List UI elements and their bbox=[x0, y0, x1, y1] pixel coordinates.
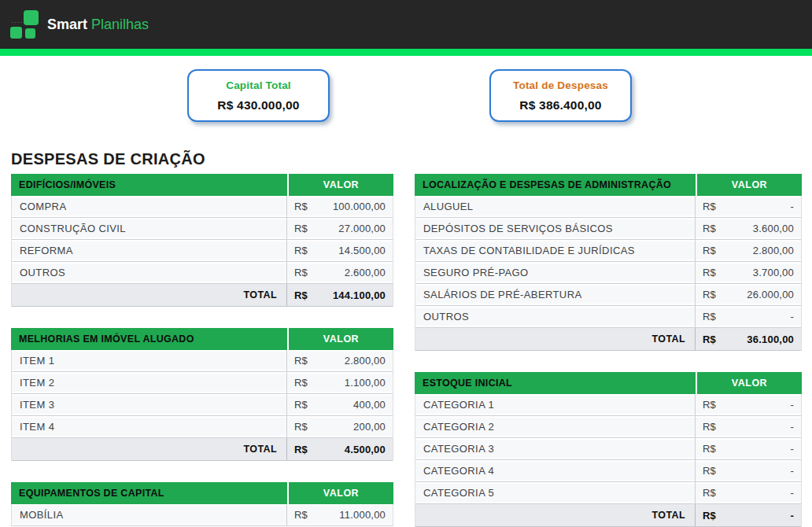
row-value-cell[interactable]: R$ - bbox=[695, 460, 801, 481]
table-title: MELHORIAS EM IMÓVEL ALUGADO bbox=[11, 328, 287, 350]
table-row[interactable]: CATEGORIA 4 R$ - bbox=[415, 460, 801, 482]
total-value-cell[interactable]: R$ 4.500,00 bbox=[286, 438, 393, 460]
table-row[interactable]: ITEM 1 R$ 2.800,00 bbox=[12, 350, 393, 372]
table-total-row[interactable]: TOTAL R$ 4.500,00 bbox=[12, 438, 393, 461]
table-row[interactable]: CONSTRUÇÃO CIVIL R$ 27.000,00 bbox=[12, 218, 393, 240]
row-value-cell[interactable]: R$ 11.000,00 bbox=[286, 504, 393, 525]
row-label-cell[interactable]: CONSTRUÇÃO CIVIL bbox=[12, 218, 286, 239]
table-row[interactable]: ALUGUEL R$ - bbox=[415, 196, 801, 218]
row-label-cell[interactable]: SEGURO PRÉ-PAGO bbox=[415, 262, 695, 283]
app-header: ···· SmartPlanilhas bbox=[0, 0, 812, 49]
row-value-cell[interactable]: R$ 27.000,00 bbox=[286, 218, 393, 239]
row-label-cell[interactable]: ITEM 1 bbox=[12, 350, 286, 371]
table-row[interactable]: COMPRA R$ 100.000,00 bbox=[12, 196, 393, 218]
row-amount: 2.800,00 bbox=[345, 355, 386, 367]
row-label-cell[interactable]: OUTROS bbox=[12, 262, 286, 283]
row-label-cell[interactable]: REFORMA bbox=[12, 240, 286, 261]
valor-column-header: VALOR bbox=[696, 372, 802, 394]
row-label-cell[interactable]: ITEM 4 bbox=[12, 416, 286, 437]
row-label-cell[interactable]: CATEGORIA 5 bbox=[415, 482, 695, 503]
row-label-cell[interactable]: ITEM 3 bbox=[12, 394, 286, 415]
total-value-cell[interactable]: R$ 36.100,00 bbox=[695, 328, 801, 350]
total-despesas-card: Total de Despesas R$ 386.400,00 bbox=[489, 69, 632, 122]
table-header: EDIFÍCIOS/IMÓVEIS VALOR bbox=[11, 174, 393, 196]
row-amount: - bbox=[790, 399, 794, 411]
row-label-cell[interactable]: TAXAS DE CONTABILIDADE E JURÍDICAS bbox=[415, 240, 695, 261]
row-value-cell[interactable]: R$ 2.800,00 bbox=[286, 350, 393, 371]
brand-name-secondary: Planilhas bbox=[91, 17, 149, 32]
row-label-cell[interactable]: ALUGUEL bbox=[415, 196, 695, 217]
currency-symbol: R$ bbox=[703, 421, 716, 433]
row-label-cell[interactable]: CATEGORIA 1 bbox=[415, 394, 695, 415]
row-label-cell[interactable]: DEPÓSITOS DE SERVIÇOS BÁSICOS bbox=[415, 218, 695, 239]
row-label-cell[interactable]: CATEGORIA 3 bbox=[415, 438, 695, 459]
row-value-cell[interactable]: R$ - bbox=[695, 438, 801, 459]
table-row[interactable]: ITEM 4 R$ 200,00 bbox=[12, 416, 393, 438]
row-amount: 26.000,00 bbox=[747, 289, 794, 300]
currency-symbol: R$ bbox=[294, 245, 308, 256]
table-row[interactable]: ITEM 2 R$ 1.100,00 bbox=[12, 372, 393, 394]
currency-symbol: R$ bbox=[703, 399, 716, 411]
table-row[interactable]: SALÁRIOS DE PRÉ-ABERTURA R$ 26.000,00 bbox=[415, 284, 801, 306]
currency-symbol: R$ bbox=[703, 267, 716, 278]
table-row[interactable]: CATEGORIA 1 R$ - bbox=[415, 394, 801, 416]
row-value-cell[interactable]: R$ 1.100,00 bbox=[286, 372, 393, 393]
currency-symbol: R$ bbox=[703, 201, 716, 212]
row-label-cell[interactable]: CATEGORIA 4 bbox=[415, 460, 695, 481]
table-title: LOCALIZAÇÃO E DESPESAS DE ADMINISTRAÇÃO bbox=[415, 174, 696, 196]
row-amount: - bbox=[790, 311, 794, 322]
table-row[interactable]: MOBÍLIA R$ 11.000,00 bbox=[12, 504, 393, 526]
row-label-cell[interactable]: SALÁRIOS DE PRÉ-ABERTURA bbox=[415, 284, 695, 305]
row-value-cell[interactable]: R$ 400,00 bbox=[286, 394, 393, 415]
row-label-cell[interactable]: ITEM 2 bbox=[12, 372, 286, 393]
expense-table: EDIFÍCIOS/IMÓVEIS VALOR COMPRA R$ 100.00… bbox=[11, 174, 393, 307]
summary-cards-section: Capital Total R$ 430.000,00 Total de Des… bbox=[0, 56, 812, 149]
expense-table: MELHORIAS EM IMÓVEL ALUGADO VALOR ITEM 1… bbox=[11, 328, 393, 461]
brand-name-primary: Smart bbox=[47, 17, 87, 32]
row-amount: 100.000,00 bbox=[333, 201, 386, 212]
total-value-cell[interactable]: R$ - bbox=[695, 504, 801, 526]
table-title: EDIFÍCIOS/IMÓVEIS bbox=[11, 174, 287, 196]
row-value-cell[interactable]: R$ 3.700,00 bbox=[695, 262, 801, 283]
table-total-row[interactable]: TOTAL R$ - bbox=[415, 504, 801, 527]
table-row[interactable]: OUTROS R$ - bbox=[415, 306, 801, 328]
row-value-cell[interactable]: R$ 200,00 bbox=[286, 416, 393, 437]
table-row[interactable]: SEGURO PRÉ-PAGO R$ 3.700,00 bbox=[415, 262, 801, 284]
row-value-cell[interactable]: R$ 26.000,00 bbox=[695, 284, 801, 305]
valor-column-header: VALOR bbox=[696, 174, 802, 196]
table-row[interactable]: CATEGORIA 5 R$ - bbox=[415, 482, 801, 504]
row-value-cell[interactable]: R$ - bbox=[695, 416, 801, 437]
row-amount: 3.700,00 bbox=[753, 267, 794, 278]
row-value-cell[interactable]: R$ 2.600,00 bbox=[286, 262, 393, 283]
table-total-row[interactable]: TOTAL R$ 36.100,00 bbox=[415, 328, 801, 351]
row-label-cell[interactable]: MOBÍLIA bbox=[12, 504, 286, 525]
total-amount: 144.100,00 bbox=[333, 289, 386, 301]
brand-logo-icon: ···· bbox=[8, 5, 39, 44]
row-label-cell[interactable]: COMPRA bbox=[12, 196, 286, 217]
table-row[interactable]: DEPÓSITOS DE SERVIÇOS BÁSICOS R$ 3.600,0… bbox=[415, 218, 801, 240]
table-row[interactable]: TAXAS DE CONTABILIDADE E JURÍDICAS R$ 2.… bbox=[415, 240, 801, 262]
currency-symbol: R$ bbox=[294, 444, 308, 455]
row-label-cell[interactable]: OUTROS bbox=[415, 306, 695, 327]
currency-symbol: R$ bbox=[703, 223, 716, 234]
row-value-cell[interactable]: R$ - bbox=[695, 306, 801, 327]
row-value-cell[interactable]: R$ - bbox=[695, 196, 801, 217]
table-row[interactable]: OUTROS R$ 2.600,00 bbox=[12, 262, 393, 284]
currency-symbol: R$ bbox=[294, 509, 308, 521]
left-tables-column: EDIFÍCIOS/IMÓVEIS VALOR COMPRA R$ 100.00… bbox=[11, 174, 393, 527]
table-row[interactable]: REFORMA R$ 14.500,00 bbox=[12, 240, 393, 262]
table-row[interactable]: ITEM 3 R$ 400,00 bbox=[12, 394, 393, 416]
table-row[interactable]: CATEGORIA 3 R$ - bbox=[415, 438, 801, 460]
table-title: EQUIPAMENTOS DE CAPITAL bbox=[11, 482, 287, 504]
row-value-cell[interactable]: R$ 2.800,00 bbox=[695, 240, 801, 261]
table-row[interactable]: CATEGORIA 2 R$ - bbox=[415, 416, 801, 438]
row-value-cell[interactable]: R$ 100.000,00 bbox=[286, 196, 393, 217]
table-total-row[interactable]: TOTAL R$ 144.100,00 bbox=[12, 284, 393, 307]
total-value-cell[interactable]: R$ 144.100,00 bbox=[286, 284, 393, 306]
row-label-cell[interactable]: CATEGORIA 2 bbox=[415, 416, 695, 437]
row-value-cell[interactable]: R$ - bbox=[695, 482, 801, 503]
row-value-cell[interactable]: R$ - bbox=[695, 394, 801, 415]
row-value-cell[interactable]: R$ 14.500,00 bbox=[286, 240, 393, 261]
expense-table: ESTOQUE INICIAL VALOR CATEGORIA 1 R$ - C… bbox=[415, 372, 802, 527]
row-value-cell[interactable]: R$ 3.600,00 bbox=[695, 218, 801, 239]
